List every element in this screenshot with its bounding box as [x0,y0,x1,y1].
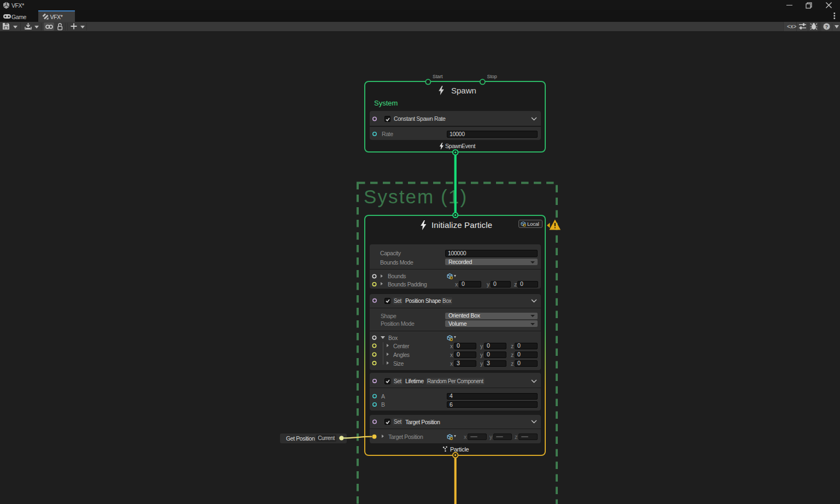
svg-text:?: ? [825,24,829,30]
